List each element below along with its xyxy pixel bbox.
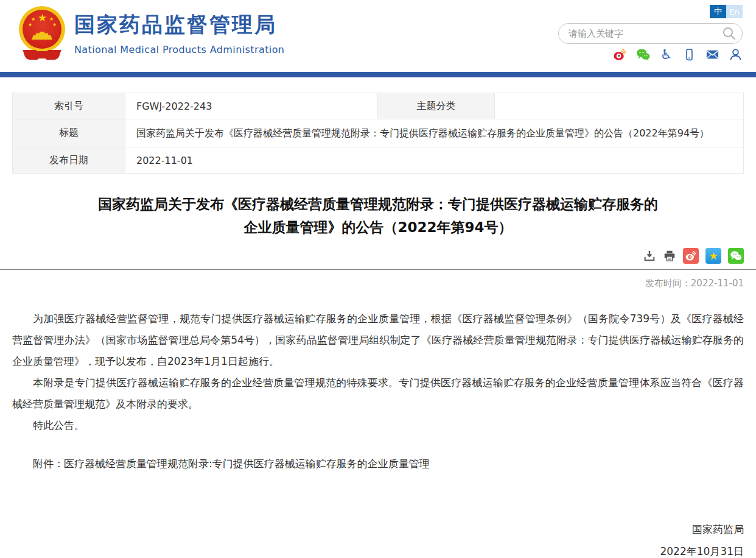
emblem-star: ★ [28, 23, 32, 27]
qzone-share-icon[interactable]: ★ [705, 248, 721, 264]
meta-value-category [495, 93, 744, 119]
attachment-link[interactable]: 附件：医疗器械经营质量管理规范附录:专门提供医疗器械运输贮存服务的企业质量管理 [12, 453, 744, 475]
meta-value-date: 2022-11-01 [125, 147, 744, 174]
article-title: 国家药监局关于发布《医疗器械经营质量管理规范附录：专门提供医疗器械运输贮存服务的… [12, 192, 744, 239]
meta-label-index: 索引号 [13, 93, 125, 119]
signature-agency: 国家药监局 [12, 522, 744, 537]
national-emblem-logo: ★ ★ ★ ★ ★ [17, 5, 67, 63]
article-signature: 国家药监局 2022年10月31日 [12, 522, 744, 558]
site-title-block: 国家药品监督管理局 National Medical Products Admi… [74, 11, 284, 55]
weibo-share-icon[interactable] [683, 248, 699, 264]
table-row: 发布日期 2022-11-01 [13, 147, 744, 174]
mobile-icon[interactable] [682, 48, 696, 62]
meta-value-index: FGWJ-2022-243 [125, 93, 378, 119]
title-divider [0, 269, 756, 270]
lang-zh-button[interactable]: 中 [710, 5, 726, 18]
email-icon[interactable] [705, 48, 719, 62]
accessibility-icon[interactable]: ♿ [659, 48, 673, 62]
search-input[interactable] [558, 23, 743, 44]
article-title-line1: 国家药监局关于发布《医疗器械经营质量管理规范附录：专门提供医疗器械运输贮存服务的 [12, 192, 744, 216]
signature-date: 2022年10月31日 [12, 544, 744, 558]
table-row: 标题 国家药监局关于发布《医疗器械经营质量管理规范附录：专门提供医疗器械运输贮存… [13, 119, 744, 147]
user-icon[interactable] [729, 48, 743, 62]
site-title: 国家药品监督管理局 [74, 11, 284, 39]
article-toolbar: ★ [12, 248, 744, 264]
emblem-star: ★ [38, 13, 47, 23]
meta-label-date: 发布日期 [13, 147, 125, 174]
wechat-icon[interactable] [636, 48, 650, 62]
site-search [558, 23, 743, 44]
weibo-icon[interactable] [613, 48, 627, 62]
meta-label-title: 标题 [13, 119, 125, 147]
language-toggle: 中 En [710, 5, 743, 18]
publish-time: 发布时间：2022-11-01 [12, 278, 744, 289]
emblem-star: ★ [52, 23, 57, 27]
wechat-share-icon[interactable] [728, 248, 744, 264]
article-body: 为加强医疗器械经营监督管理，规范专门提供医疗器械运输贮存服务的企业质量管理，根据… [12, 308, 744, 436]
print-icon[interactable] [663, 249, 676, 263]
article-paragraph: 本附录是专门提供医疗器械运输贮存服务的企业经营质量管理规范的特殊要求。专门提供医… [12, 372, 744, 415]
header-divider-bar [0, 72, 756, 77]
search-icon[interactable] [722, 26, 737, 41]
main-content: 索引号 FGWJ-2022-243 主题分类 标题 国家药监局关于发布《医疗器械… [0, 93, 756, 558]
meta-value-title: 国家药监局关于发布《医疗器械经营质量管理规范附录：专门提供医疗器械运输贮存服务的… [125, 119, 744, 147]
emblem-star: ★ [49, 17, 54, 22]
document-meta-table: 索引号 FGWJ-2022-243 主题分类 标题 国家药监局关于发布《医疗器械… [12, 93, 744, 174]
table-row: 索引号 FGWJ-2022-243 主题分类 [13, 93, 744, 119]
emblem-star: ★ [31, 17, 35, 22]
site-header: ★ ★ ★ ★ ★ 国家药品监督管理局 National Medical Pro… [0, 0, 756, 72]
download-icon[interactable] [643, 249, 656, 263]
article-paragraph: 特此公告。 [12, 415, 744, 436]
article-paragraph: 为加强医疗器械经营监督管理，规范专门提供医疗器械运输贮存服务的企业质量管理，根据… [12, 308, 744, 372]
header-quick-links: ♿ [613, 48, 743, 62]
site-subtitle: National Medical Products Administration [74, 44, 284, 55]
emblem-ribbon [35, 51, 49, 58]
article-title-line2: 企业质量管理》的公告（2022年第94号） [12, 216, 744, 239]
meta-label-category: 主题分类 [378, 93, 495, 119]
lang-en-button[interactable]: En [726, 5, 743, 18]
